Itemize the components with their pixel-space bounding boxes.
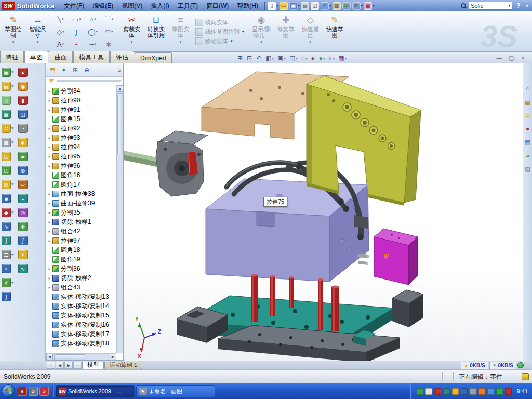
tree-horizontal-scrollbar[interactable]: ◀ ▶ xyxy=(46,353,116,360)
task-pane-icon[interactable]: ▦ xyxy=(524,138,531,146)
task-pane-icon[interactable]: ▱ xyxy=(524,111,531,119)
toolbar-button[interactable]: ✦ xyxy=(18,250,28,259)
ribbon-button[interactable]: ≡ 等距实体 ▾ xyxy=(168,13,193,50)
scrollbar-thumb[interactable] xyxy=(54,354,85,360)
manager-tab-icon[interactable]: ⊞ xyxy=(71,66,79,74)
toolbar-button[interactable]: ◈ xyxy=(18,138,28,147)
window-control-icon[interactable]: — xyxy=(496,55,503,61)
command-manager-tab[interactable]: DimXpert xyxy=(135,52,172,63)
sketch-tool-icon[interactable]: ╲ ▾ xyxy=(52,13,69,25)
net-monitor-icon[interactable] xyxy=(517,362,524,368)
scroll-up-icon[interactable]: ▲ xyxy=(117,85,124,92)
feature-tree-item[interactable]: ▸ 拉伸90 xyxy=(46,96,116,105)
help-button[interactable]: ? xyxy=(514,2,522,9)
expand-arrow-icon[interactable]: ▸ xyxy=(47,267,52,271)
view-tool-icon[interactable]: ◫ ▾ xyxy=(289,55,298,61)
titlebar-tool-icon[interactable]: ▣ ▾ xyxy=(289,2,300,10)
expand-arrow-icon[interactable]: ▸ xyxy=(47,89,52,94)
toolbar-button[interactable]: ◆ ▾ xyxy=(2,208,14,217)
tray-icon[interactable] xyxy=(496,388,503,395)
toolbar-button[interactable]: ▮ xyxy=(18,96,28,105)
manager-tab-icon[interactable]: ▤ xyxy=(48,66,57,74)
manager-tab-icon[interactable]: ⊕ xyxy=(83,66,91,74)
feature-tree-item[interactable]: ▸ 曲面-拉伸39 xyxy=(46,198,116,208)
ribbon-button[interactable]: ↔ 智能尺寸 ▾ xyxy=(25,13,50,50)
sketch-tool-icon[interactable]: A ▾ xyxy=(52,38,69,50)
overflow-chevron-icon[interactable]: » xyxy=(118,67,121,73)
feature-tree-item[interactable]: ▸ 拉伸97 xyxy=(46,236,116,245)
toolbar-button[interactable]: ▩ ▾ xyxy=(2,138,14,147)
ribbon-button[interactable]: ✎ 快速草图 xyxy=(323,13,347,50)
tab-nav-icon[interactable]: « xyxy=(47,362,55,369)
search-input[interactable]: Solic ▾ xyxy=(469,2,512,10)
tray-icon[interactable] xyxy=(487,388,494,395)
feature-tree-item[interactable]: ▸ 切除-放样2 xyxy=(46,273,116,283)
sketch-tool-icon[interactable]: ʃ xyxy=(69,25,85,38)
toolbar-button[interactable]: ◒ xyxy=(18,194,28,203)
feature-tree-item[interactable]: 实体-移动/复制14 xyxy=(46,301,116,311)
feature-tree-item[interactable]: 实体-移动/复制15 xyxy=(46,311,116,320)
feature-tree-item[interactable]: 圆角18 xyxy=(46,245,116,255)
taskbar-task-button[interactable]: ✎ 未命名 - 画图 xyxy=(136,385,215,397)
titlebar-tool-icon[interactable]: ▯ ▾ xyxy=(268,2,278,10)
toolbar-button[interactable]: ʃ xyxy=(2,292,14,301)
ribbon-button[interactable]: ✎ 草图绘制 ▾ xyxy=(1,13,25,50)
toolbar-button[interactable]: ▲ xyxy=(18,68,28,77)
titlebar-tool-icon[interactable]: ◫ xyxy=(311,2,320,10)
quick-launch-icon[interactable]: S xyxy=(39,387,49,396)
manager-tab-icon[interactable]: ✦ xyxy=(60,66,68,74)
start-button[interactable] xyxy=(2,384,15,398)
quick-launch-icon[interactable]: S xyxy=(29,387,38,396)
toolbar-button[interactable]: ☰ ▾ xyxy=(2,250,14,259)
feature-tree-item[interactable]: 圆角19 xyxy=(46,255,116,264)
toolbar-button[interactable]: ◱ xyxy=(2,152,14,161)
feature-tree-item[interactable]: 圆角15 xyxy=(46,114,116,124)
sketch-tool-icon[interactable]: ✱ xyxy=(101,38,117,50)
feature-tree-item[interactable]: ▸ 曲面-拉伸38 xyxy=(46,189,116,198)
feature-tree-item[interactable]: ▸ 拉伸96 xyxy=(46,161,116,170)
expand-arrow-icon[interactable]: ▸ xyxy=(47,220,52,224)
expand-arrow-icon[interactable]: ▸ xyxy=(47,154,52,159)
feature-tree-item[interactable]: 实体-移动/复制17 xyxy=(46,329,116,339)
tab-nav-icon[interactable]: ▶ xyxy=(64,362,73,369)
sketch-tool-icon[interactable]: ○ ▾ xyxy=(85,13,101,25)
toolbar-options-chevron[interactable]: ▾ xyxy=(524,3,530,8)
toolbar-button[interactable]: ◔ xyxy=(18,124,28,133)
menu-item[interactable]: 编辑(E) xyxy=(89,1,117,11)
part-magenta-insert[interactable]: φ xyxy=(374,229,418,285)
ribbon-stacked-button[interactable]: 线性草图阵列 ▾ xyxy=(195,28,244,36)
titlebar-tool-icon[interactable]: ⟳ xyxy=(342,2,351,10)
tray-icon[interactable] xyxy=(505,388,512,395)
menu-item[interactable]: 插入(I) xyxy=(147,1,172,11)
toolbar-button[interactable]: ▥ ▾ xyxy=(2,180,14,189)
feature-tree-item[interactable]: ▸ 分割35 xyxy=(46,208,116,217)
menu-item[interactable]: 帮助(H) xyxy=(233,1,262,11)
feature-tree-item[interactable]: ▸ 拉伸93 xyxy=(46,133,116,142)
toolbar-button[interactable]: ◍ xyxy=(18,166,28,175)
feature-tree-item[interactable]: ▸ 拉伸92 xyxy=(46,124,116,133)
expand-arrow-icon[interactable]: ▸ xyxy=(47,126,52,131)
view-tool-icon[interactable]: ▣ ▾ xyxy=(277,55,286,61)
toolbar-button[interactable]: ✳ ▾ xyxy=(2,278,14,287)
view-tool-icon[interactable]: ◌ ▾ xyxy=(301,55,308,61)
toolbar-button[interactable]: ◉ xyxy=(18,82,28,91)
expand-arrow-icon[interactable]: ▸ xyxy=(47,108,52,112)
part-right-rail[interactable] xyxy=(392,290,423,327)
titlebar-tool-icon[interactable]: ▭ xyxy=(280,2,288,10)
toolbar-button[interactable]: ✚ xyxy=(18,222,28,231)
filter-funnel-icon[interactable] xyxy=(49,79,54,83)
expand-arrow-icon[interactable]: ▸ xyxy=(47,164,52,168)
feature-tree-item[interactable]: 圆角17 xyxy=(46,180,116,189)
view-tool-icon[interactable]: ● xyxy=(311,55,315,61)
feature-tree-item[interactable]: ▸ 分割34 xyxy=(46,86,116,96)
command-manager-tab[interactable]: 评估 xyxy=(110,51,134,63)
scrollbar-thumb[interactable] xyxy=(117,93,123,155)
menu-item[interactable]: 视图(V) xyxy=(118,1,146,11)
expand-arrow-icon[interactable]: ▸ xyxy=(47,238,52,243)
toolbar-button[interactable]: ▤ ▾ xyxy=(2,82,14,91)
tray-icon[interactable] xyxy=(417,388,423,395)
document-tab[interactable]: 模型 xyxy=(82,362,104,369)
tab-nav-icon[interactable]: ◀ xyxy=(56,362,64,369)
toolbar-button[interactable]: ◫ xyxy=(18,110,28,119)
tree-vertical-scrollbar[interactable]: ▲ xyxy=(116,85,123,353)
